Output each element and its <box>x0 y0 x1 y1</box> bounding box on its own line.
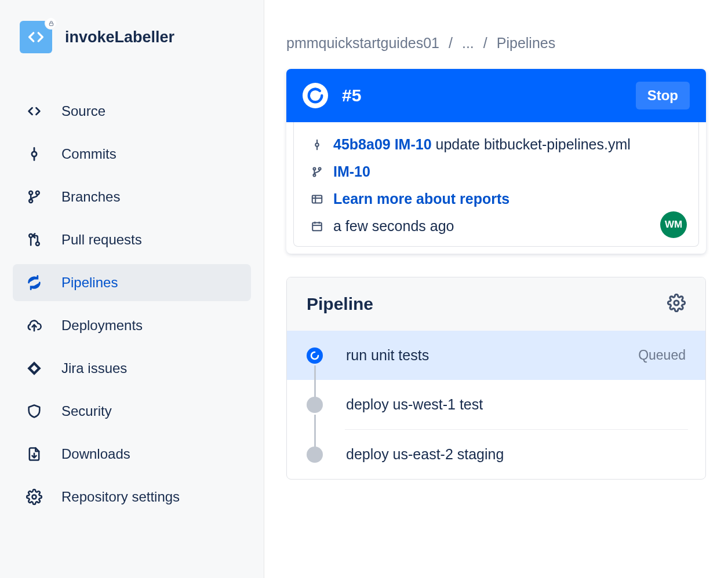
stop-button[interactable]: Stop <box>636 82 690 109</box>
time-row: a few seconds ago <box>310 218 682 235</box>
breadcrumb-ellipsis[interactable]: ... <box>462 35 474 52</box>
sidebar-item-label: Pipelines <box>61 275 118 291</box>
pipeline-steps: run unit tests Queued deploy us-west-1 t… <box>287 331 705 479</box>
report-icon <box>310 193 324 206</box>
svg-point-11 <box>32 495 37 499</box>
commit-message: update bitbucket-pipelines.yml <box>436 136 631 152</box>
sidebar-item-security[interactable]: Security <box>13 393 251 430</box>
run-number: #5 <box>342 86 361 105</box>
commit-hash-link[interactable]: 45b8a09 <box>333 136 391 152</box>
breadcrumb-separator: / <box>483 35 487 52</box>
svg-point-25 <box>674 301 679 305</box>
gear-icon <box>26 489 43 505</box>
avatar[interactable]: WM <box>660 211 687 238</box>
sidebar-item-downloads[interactable]: Downloads <box>13 436 251 473</box>
pipeline-title: Pipeline <box>307 294 373 314</box>
sidebar-item-deployments[interactable]: Deployments <box>13 307 251 344</box>
sidebar: invokeLabeller Source Commits Branches <box>0 0 264 578</box>
commit-row: 45b8a09 IM-10 update bitbucket-pipelines… <box>310 136 682 153</box>
reports-link[interactable]: Learn more about reports <box>333 191 509 207</box>
commit-icon <box>310 138 324 151</box>
pipeline-settings-button[interactable] <box>667 294 686 314</box>
step-status: Queued <box>638 347 686 363</box>
svg-rect-21 <box>312 222 322 231</box>
commit-icon <box>26 146 43 162</box>
branch-link[interactable]: IM-10 <box>333 163 370 180</box>
svg-rect-18 <box>312 195 322 203</box>
sidebar-item-label: Branches <box>61 189 120 205</box>
svg-rect-0 <box>49 23 53 25</box>
repo-icon <box>20 21 52 53</box>
sidebar-item-label: Repository settings <box>61 489 180 505</box>
sidebar-item-label: Source <box>61 103 105 119</box>
sidebar-item-label: Jira issues <box>61 360 127 376</box>
breadcrumb-separator: / <box>449 35 453 52</box>
sidebar-item-jira-issues[interactable]: Jira issues <box>13 350 251 387</box>
branch-icon <box>310 166 324 178</box>
step-label: deploy us-west-1 test <box>346 396 663 413</box>
commit-issue-link[interactable]: IM-10 <box>395 136 432 152</box>
sidebar-item-repo-settings[interactable]: Repository settings <box>13 478 251 515</box>
pipeline-card: Pipeline run unit tests Queued deploy us… <box>286 277 706 480</box>
svg-point-1 <box>32 152 37 156</box>
branch-icon <box>26 189 43 205</box>
running-status-icon <box>303 83 328 108</box>
step-pending-icon <box>307 447 323 463</box>
sidebar-item-pull-requests[interactable]: Pull requests <box>13 221 251 258</box>
download-icon <box>26 446 43 462</box>
cloud-upload-icon <box>26 317 43 334</box>
sidebar-item-label: Pull requests <box>61 232 142 248</box>
shield-icon <box>26 403 43 419</box>
run-body: 45b8a09 IM-10 update bitbucket-pipelines… <box>293 122 699 247</box>
pipeline-step[interactable]: deploy us-east-2 staging <box>287 430 705 479</box>
sidebar-item-pipelines[interactable]: Pipelines <box>13 264 251 301</box>
breadcrumb-workspace[interactable]: pmmquickstartguides01 <box>286 35 439 52</box>
jira-icon <box>26 360 43 376</box>
repo-header: invokeLabeller <box>20 21 251 53</box>
main-content: pmmquickstartguides01 / ... / Pipelines … <box>264 0 728 578</box>
calendar-icon <box>310 220 324 233</box>
step-label: deploy us-east-2 staging <box>346 446 663 463</box>
branch-row: IM-10 <box>310 163 682 180</box>
sidebar-item-label: Downloads <box>61 446 130 462</box>
reports-row: Learn more about reports <box>310 191 682 207</box>
run-header: #5 Stop <box>286 69 706 122</box>
pipeline-step[interactable]: run unit tests Queued <box>287 331 705 380</box>
step-label: run unit tests <box>346 347 615 364</box>
code-icon <box>26 103 43 119</box>
repo-name: invokeLabeller <box>65 28 174 46</box>
sidebar-item-source[interactable]: Source <box>13 93 251 130</box>
breadcrumb-current[interactable]: Pipelines <box>497 35 555 52</box>
pipeline-header: Pipeline <box>287 277 705 331</box>
pipeline-step[interactable]: deploy us-west-1 test <box>287 380 705 429</box>
sidebar-item-label: Commits <box>61 146 117 162</box>
run-card: #5 Stop 45b8a09 IM-10 update bitbucket-p… <box>286 69 706 254</box>
sidebar-item-commits[interactable]: Commits <box>13 136 251 173</box>
run-time: a few seconds ago <box>333 218 454 235</box>
sidebar-item-label: Deployments <box>61 317 143 334</box>
step-running-icon <box>307 347 323 364</box>
sidebar-item-branches[interactable]: Branches <box>13 178 251 215</box>
pipelines-icon <box>26 275 43 291</box>
pull-request-icon <box>26 232 43 248</box>
sidebar-item-label: Security <box>61 403 112 419</box>
sidebar-nav: Source Commits Branches Pull requests Pi <box>13 93 251 515</box>
breadcrumb: pmmquickstartguides01 / ... / Pipelines <box>286 35 706 52</box>
lock-icon <box>45 17 57 30</box>
step-pending-icon <box>307 397 323 413</box>
